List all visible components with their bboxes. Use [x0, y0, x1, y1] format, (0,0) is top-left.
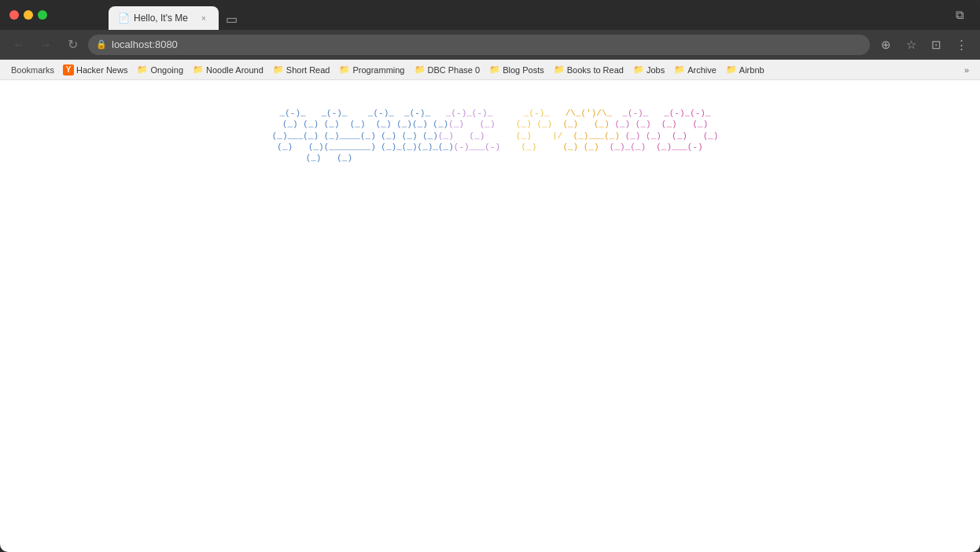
bookmark-programming[interactable]: 📁 Programming — [335, 63, 408, 76]
navigation-toolbar: ← → ↻ 🔒 localhost:8080 ⊕ ☆ ⊡ ⋮ — [0, 30, 980, 60]
bookmark-dbc-text: DBC Phase 0 — [428, 65, 481, 75]
folder-icon: 📁 — [193, 64, 204, 75]
browser-window: 📄 Hello, It's Me × ▭ ⧉ ← → ↻ 🔒 localhost… — [0, 0, 980, 552]
folder-icon: 📁 — [137, 64, 148, 75]
tab-favicon-icon: 📄 — [118, 13, 129, 24]
bookmarks-label: Bookmarks — [8, 64, 57, 76]
back-icon: ← — [13, 38, 25, 52]
tab-close-button[interactable]: × — [198, 13, 209, 24]
forward-icon: → — [39, 38, 52, 52]
title-bar: 📄 Hello, It's Me × ▭ ⧉ — [0, 0, 980, 30]
folder-icon: 📁 — [633, 64, 644, 75]
refresh-icon: ↻ — [68, 37, 78, 52]
bookmark-books-to-read[interactable]: 📁 Books to Read — [550, 63, 628, 76]
extensions-icon[interactable]: ⧉ — [949, 4, 971, 26]
minimize-button[interactable] — [24, 10, 33, 20]
bookmark-hn-text: Hacker News — [76, 65, 127, 75]
extensions-symbol: ⧉ — [956, 8, 964, 22]
bookmark-dbc-phase0[interactable]: 📁 DBC Phase 0 — [411, 63, 484, 76]
zoom-icon: ⊕ — [881, 38, 891, 52]
bookmarks-bar: Bookmarks Y Hacker News 📁 Ongoing 📁 Nood… — [0, 60, 980, 80]
folder-icon: 📁 — [554, 64, 565, 75]
close-button[interactable] — [9, 10, 19, 20]
more-icon: ⋮ — [956, 38, 967, 52]
tab-title: Hello, It's Me — [134, 13, 193, 24]
back-button[interactable]: ← — [8, 34, 30, 56]
bookmark-programming-text: Programming — [352, 65, 404, 75]
bookmarks-more-button[interactable]: » — [961, 64, 972, 76]
folder-icon: 📁 — [489, 64, 500, 75]
toolbar-right: ⊕ ☆ ⊡ ⋮ — [875, 34, 972, 56]
star-icon: ☆ — [906, 38, 916, 52]
active-tab[interactable]: 📄 Hello, It's Me × — [109, 6, 219, 30]
hn-icon: Y — [63, 64, 74, 75]
ascii-art-display: _(-)_ _(-)_ _(-)_ _(-)_ _(-)_(-)_ _(-)_ … — [262, 108, 719, 164]
share-button[interactable]: ⊡ — [925, 34, 947, 56]
page-content: _(-)_ _(-)_ _(-)_ _(-)_ _(-)_(-)_ _(-)_ … — [0, 80, 980, 552]
folder-icon: 📁 — [339, 64, 350, 75]
bookmark-archive-text: Archive — [687, 65, 717, 75]
bookmark-short-read[interactable]: 📁 Short Read — [269, 63, 334, 76]
bookmark-ongoing[interactable]: 📁 Ongoing — [133, 63, 187, 76]
menu-button[interactable]: ⋮ — [950, 34, 972, 56]
traffic-lights — [9, 10, 47, 20]
folder-icon: 📁 — [414, 64, 426, 75]
forward-button[interactable]: → — [35, 34, 57, 56]
tab-bar: 📄 Hello, It's Me × ▭ — [53, 0, 942, 30]
bookmark-airbnb[interactable]: 📁 Airbnb — [722, 63, 768, 76]
bookmark-archive[interactable]: 📁 Archive — [670, 63, 720, 76]
folder-icon: 📁 — [674, 64, 685, 75]
folder-icon: 📁 — [726, 64, 737, 75]
refresh-button[interactable]: ↻ — [61, 34, 83, 56]
address-text: localhost:8080 — [112, 39, 862, 50]
maximize-button[interactable] — [38, 10, 47, 20]
share-icon: ⊡ — [931, 38, 941, 52]
bookmark-noodle-around-text: Noodle Around — [206, 65, 263, 75]
bookmark-jobs-text: Jobs — [647, 65, 665, 75]
bookmark-books-text: Books to Read — [567, 65, 624, 75]
bookmark-star-button[interactable]: ☆ — [900, 34, 922, 56]
address-bar[interactable]: 🔒 localhost:8080 — [88, 35, 870, 55]
bookmark-jobs[interactable]: 📁 Jobs — [629, 63, 669, 76]
bookmark-ongoing-text: Ongoing — [150, 65, 183, 75]
bookmark-short-read-text: Short Read — [286, 65, 330, 75]
bookmark-noodle-around[interactable]: 📁 Noodle Around — [189, 63, 267, 76]
new-tab-icon: ▭ — [226, 12, 238, 27]
lock-icon: 🔒 — [96, 39, 107, 50]
new-tab-button[interactable]: ▭ — [220, 8, 242, 30]
folder-icon: 📁 — [273, 64, 284, 75]
bookmark-hacker-news[interactable]: Y Hacker News — [59, 63, 131, 77]
bookmark-blog-posts[interactable]: 📁 Blog Posts — [485, 63, 548, 76]
bookmark-airbnb-text: Airbnb — [739, 65, 764, 75]
zoom-button[interactable]: ⊕ — [875, 34, 897, 56]
bookmark-blog-text: Blog Posts — [503, 65, 544, 75]
